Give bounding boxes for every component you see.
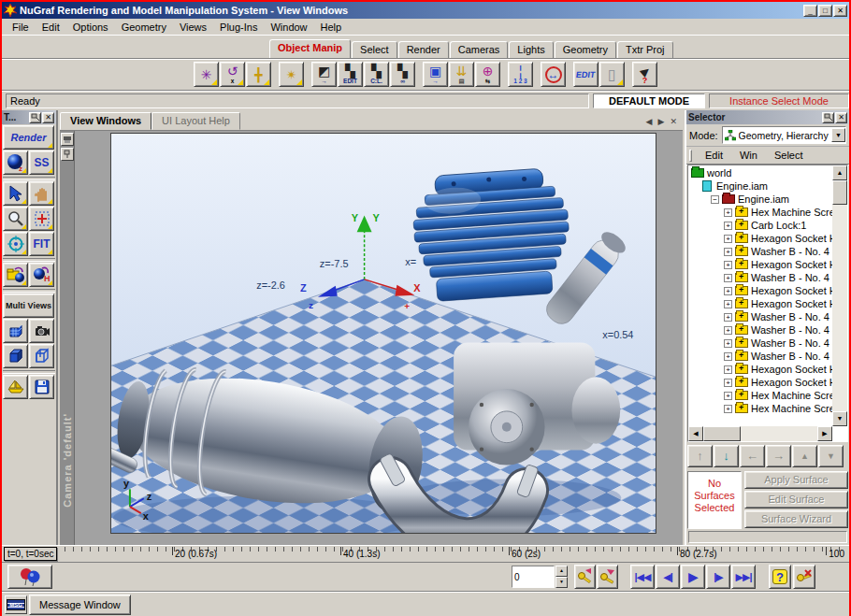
render-button[interactable]: Render — [3, 125, 54, 150]
tree-expand-toggle[interactable] — [724, 352, 732, 361]
wire-cube-button[interactable] — [29, 344, 54, 368]
edit-material-icon[interactable]: ▚ EDIT — [338, 62, 363, 87]
select-keyframe-button[interactable] — [597, 565, 618, 589]
tree-item[interactable]: Hexagon Socket Head C — [688, 232, 832, 245]
tree-item[interactable]: Washer B - No. 4 - narrow — [688, 271, 832, 284]
tree-item[interactable]: Hex Machine Screw Nut — [688, 206, 832, 219]
color-lines-icon[interactable]: ▚ C:L. — [364, 62, 389, 87]
spin-up-icon[interactable]: ▲ — [555, 566, 568, 577]
tab-scroll-left-icon[interactable]: ◀ — [646, 117, 653, 126]
solid-cube-button[interactable] — [3, 344, 28, 368]
move-right-button[interactable]: → — [766, 445, 791, 467]
pin-icon[interactable] — [822, 112, 834, 123]
tree-item[interactable]: Washer B - No. 4 - narrow — [688, 350, 832, 363]
ribbon-tab[interactable]: Cameras — [450, 41, 509, 58]
help-pick-icon[interactable]: ▶ ? — [632, 62, 657, 87]
tree-expand-toggle[interactable] — [724, 248, 732, 256]
ribbon-tab[interactable]: Render — [398, 41, 449, 58]
menu-item[interactable]: Window — [264, 20, 313, 35]
go-start-button[interactable]: |◀◀ — [630, 565, 655, 589]
frame-number-input[interactable] — [512, 566, 554, 587]
renumber-icon[interactable]: ¦ 1 2 3 — [508, 62, 533, 87]
tree-item[interactable]: Washer B - No. 4 - narrow — [688, 310, 832, 323]
message-icon-button[interactable]: MSG — [5, 595, 27, 614]
zoom-button[interactable] — [3, 207, 28, 231]
pin-view-icon[interactable] — [61, 148, 74, 161]
move-left-button[interactable]: ← — [740, 445, 765, 467]
surface-button[interactable]: Surface Wizard — [744, 510, 848, 528]
tree-expand-toggle[interactable] — [724, 235, 732, 243]
tree-item[interactable]: Hexagon Socket Head C — [688, 376, 832, 389]
tree-expand-toggle[interactable] — [724, 365, 732, 374]
screen-snapshot-button[interactable]: SS — [29, 150, 54, 175]
render-view-icon[interactable] — [61, 133, 74, 146]
menu-item[interactable]: File — [6, 20, 36, 35]
cube-views-button[interactable] — [3, 319, 28, 343]
edit-text-icon[interactable]: EDIT — [573, 62, 599, 87]
copy-objects-icon[interactable]: ▣ → — [423, 62, 448, 87]
close-button[interactable]: ✕ — [833, 5, 847, 17]
set-keyframe-button[interactable] — [574, 565, 596, 589]
region-select-button[interactable] — [29, 207, 54, 231]
surface-button[interactable]: Apply Surface — [744, 471, 848, 489]
tree-item[interactable]: Hex Machine Screw Nut — [688, 389, 832, 402]
tree-horizontal-scrollbar[interactable]: ◀ ▶ — [688, 426, 832, 441]
load-scene-button[interactable] — [3, 263, 28, 287]
menu-item[interactable]: Options — [66, 20, 115, 35]
tree-expand-toggle[interactable] — [724, 392, 732, 400]
minimize-button[interactable]: _ — [803, 5, 817, 17]
fit-view-button[interactable]: FIT — [29, 232, 54, 256]
tree-expand-toggle[interactable] — [724, 326, 732, 335]
tree-item[interactable]: Hexagon Socket Head C — [688, 297, 832, 310]
scroll-thumb[interactable] — [703, 426, 741, 441]
scroll-down-icon[interactable]: ▼ — [832, 411, 847, 426]
tree-item[interactable]: world — [688, 166, 832, 179]
scale-star-icon[interactable]: ✴ — [279, 62, 304, 87]
save-scene-button[interactable]: H — [29, 263, 54, 287]
move-axis-icon[interactable]: ╋ — [246, 62, 271, 87]
save-file-button[interactable] — [29, 375, 54, 399]
tree-expand-toggle[interactable] — [724, 261, 732, 269]
ribbon-tab[interactable]: Object Manip — [269, 39, 351, 58]
tree-item[interactable]: Carb Lock:1 — [688, 219, 832, 232]
close-icon[interactable]: ✕ — [42, 112, 54, 123]
rotate-axis-icon[interactable]: ↺ x — [220, 62, 245, 87]
tree-expand-toggle[interactable] — [724, 300, 732, 308]
tab-close-icon[interactable]: ✕ — [670, 117, 677, 126]
selector-menu-item[interactable]: Win — [731, 150, 766, 161]
center-target-button[interactable] — [3, 232, 28, 256]
tree-item[interactable]: Hexagon Socket Head C — [688, 363, 832, 376]
selector-menu-item[interactable]: Edit — [697, 150, 731, 161]
delete-icon[interactable]: ▯ — [599, 62, 625, 87]
tree-item[interactable]: Hexagon Socket Head C — [688, 284, 832, 297]
move-up-button[interactable]: ↑ — [687, 445, 713, 467]
maximize-button[interactable]: □ — [818, 5, 832, 17]
close-icon[interactable]: ✕ — [835, 112, 847, 123]
tree-item[interactable]: Engine.iam — [688, 179, 832, 193]
render-options-button[interactable] — [7, 565, 52, 589]
tree-expand-toggle[interactable] — [724, 208, 732, 217]
animation-timeline[interactable]: t=0, t=0sec 20 (0.67s) 40 (1.3s) 60 (2s)… — [2, 545, 849, 563]
menu-item[interactable]: Edit — [36, 20, 66, 35]
tree-expand-toggle[interactable] — [724, 287, 732, 295]
tree-item[interactable]: Washer B - No. 4 - narrow — [688, 337, 832, 350]
help-button[interactable]: ? — [769, 565, 791, 589]
tree-expand-toggle[interactable] — [724, 222, 732, 230]
render-sphere-button[interactable]: z — [3, 150, 28, 175]
tree-item[interactable]: Hexagon Socket Head C — [688, 258, 832, 271]
expand-selection-icon[interactable]: ↔ — [541, 62, 566, 87]
step-back-button[interactable]: ◀| — [656, 565, 680, 589]
message-window-button[interactable]: Message Window — [29, 595, 131, 615]
export-button[interactable] — [3, 375, 28, 399]
play-button[interactable]: ▶ — [681, 565, 705, 589]
scroll-left-icon[interactable]: ◀ — [688, 426, 703, 441]
render-canvas[interactable]: Y Y Z z X + z=-7.5 z=-2.6 x= x=0.54 — [110, 133, 656, 534]
transform-icon[interactable]: ✳ — [194, 62, 219, 87]
ribbon-tab[interactable]: Geometry — [555, 41, 616, 58]
selector-menu-item[interactable]: Select — [766, 150, 812, 161]
tree-item[interactable]: Hex Machine Screw Nut — [688, 402, 832, 415]
view-material-icon[interactable]: ▚ ∞ — [390, 62, 415, 87]
mode-dropdown[interactable]: Geometry, Hierarchy ▼ — [722, 126, 846, 144]
pan-hand-button[interactable] — [29, 181, 54, 206]
instance-copy-icon[interactable]: ◩ → — [311, 62, 337, 87]
